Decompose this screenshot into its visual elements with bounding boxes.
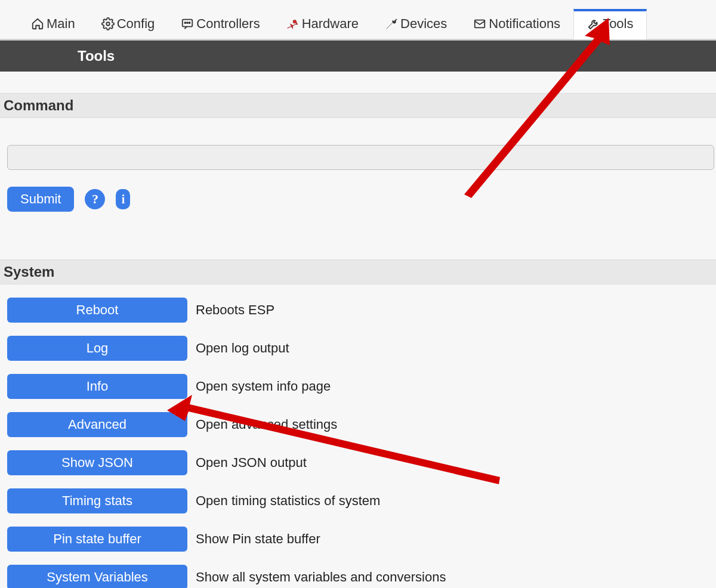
showjson-button[interactable]: Show JSON xyxy=(7,450,187,475)
command-input[interactable] xyxy=(7,145,714,170)
submit-button[interactable]: Submit xyxy=(7,187,74,212)
tab-main[interactable]: Main xyxy=(18,9,88,39)
svg-point-4 xyxy=(189,22,190,23)
advanced-button[interactable]: Advanced xyxy=(7,412,187,437)
pinstate-desc: Show Pin state buffer xyxy=(196,531,320,547)
pinstate-button[interactable]: Pin state buffer xyxy=(7,527,187,552)
log-button[interactable]: Log xyxy=(7,336,187,361)
system-row-pinstate: Pin state buffer Show Pin state buffer xyxy=(7,527,716,552)
home-icon xyxy=(31,17,44,30)
showjson-desc: Open JSON output xyxy=(196,455,307,471)
reboot-button[interactable]: Reboot xyxy=(7,298,187,323)
svg-point-0 xyxy=(106,22,110,26)
tab-label: Controllers xyxy=(196,16,260,32)
system-row-reboot: Reboot Reboots ESP xyxy=(7,298,716,323)
timing-desc: Open timing statistics of system xyxy=(196,493,380,509)
tab-label: Devices xyxy=(400,16,447,32)
wrench-dark-icon xyxy=(385,17,398,30)
command-area: Submit ? i xyxy=(0,118,716,212)
tab-label: Hardware xyxy=(302,16,359,32)
system-row-showjson: Show JSON Open JSON output xyxy=(7,450,716,475)
log-desc: Open log output xyxy=(196,341,289,356)
system-row-info: Info Open system info page xyxy=(7,374,716,399)
svg-point-2 xyxy=(185,22,186,23)
advanced-desc: Open advanced settings xyxy=(196,417,337,432)
system-list: Reboot Reboots ESP Log Open log output I… xyxy=(0,284,716,588)
svg-point-3 xyxy=(187,22,188,23)
gear-icon xyxy=(101,17,115,30)
info-button[interactable]: i xyxy=(116,189,130,209)
nav-tabs: Main Config Controllers Hardware Devices… xyxy=(0,0,716,39)
tab-hardware[interactable]: Hardware xyxy=(273,9,372,39)
info-button-row[interactable]: Info xyxy=(7,374,187,399)
tab-controllers[interactable]: Controllers xyxy=(168,9,273,39)
svg-point-5 xyxy=(293,20,297,24)
tab-label: Config xyxy=(117,16,155,32)
timing-button[interactable]: Timing stats xyxy=(7,488,187,513)
pin-icon xyxy=(286,17,300,30)
system-row-log: Log Open log output xyxy=(7,336,716,361)
tab-tools[interactable]: Tools xyxy=(573,9,647,39)
tab-label: Main xyxy=(47,16,75,32)
page-title: Tools xyxy=(0,39,716,72)
tab-label: Tools xyxy=(603,16,633,32)
system-row-timing: Timing stats Open timing statistics of s… xyxy=(7,488,716,513)
help-button[interactable]: ? xyxy=(85,189,105,209)
mail-icon xyxy=(473,17,486,30)
tab-label: Notifications xyxy=(489,16,560,32)
reboot-desc: Reboots ESP xyxy=(196,302,274,318)
tab-notifications[interactable]: Notifications xyxy=(460,9,573,39)
sysvars-button[interactable]: System Variables xyxy=(7,565,187,588)
tab-devices[interactable]: Devices xyxy=(372,9,460,39)
system-row-sysvars: System Variables Show all system variabl… xyxy=(7,565,716,588)
info-desc: Open system info page xyxy=(196,379,331,394)
wrench-icon xyxy=(587,17,600,30)
system-row-advanced: Advanced Open advanced settings xyxy=(7,412,716,437)
speech-icon xyxy=(181,17,194,30)
command-controls: Submit ? i xyxy=(7,187,716,212)
section-header-command: Command xyxy=(0,93,716,118)
sysvars-desc: Show all system variables and conversion… xyxy=(196,570,446,585)
section-header-system: System xyxy=(0,259,716,284)
tab-config[interactable]: Config xyxy=(88,9,168,39)
